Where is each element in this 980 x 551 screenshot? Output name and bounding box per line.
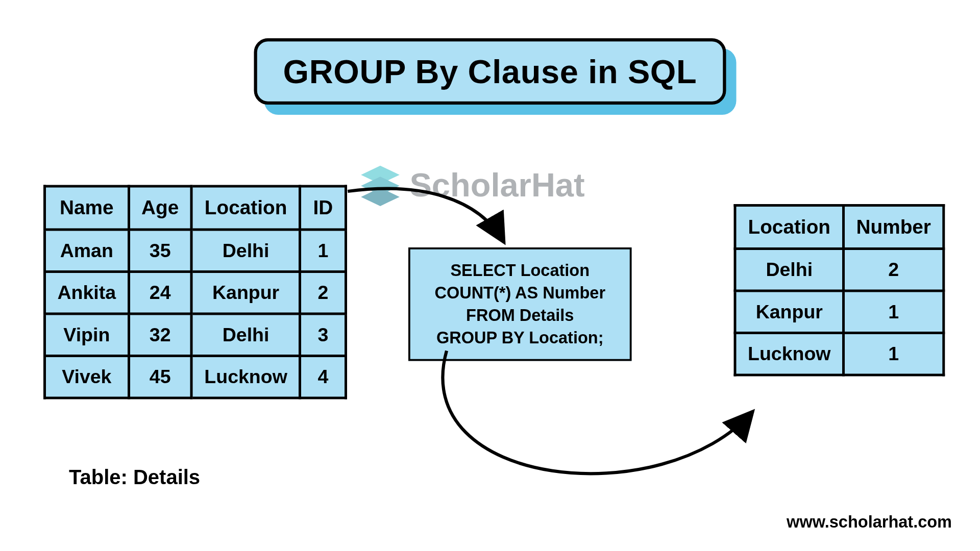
details-table-caption: Table: Details [69,466,200,489]
footer-url: www.scholarhat.com [787,512,952,532]
sql-line: GROUP BY Location; [416,327,623,349]
col-location: Location [191,186,300,230]
table-header-row: Location Number [735,206,944,249]
sql-line: COUNT(*) AS Number [416,282,623,305]
col-id: ID [300,186,346,230]
arrow-table-to-sql-icon [345,185,536,268]
col-location: Location [735,206,844,249]
table-row: Ankita 24 Kanpur 2 [45,272,346,314]
col-number: Number [844,206,944,249]
table-row: Aman 35 Delhi 1 [45,230,346,272]
sql-line: FROM Details [416,304,623,327]
col-name: Name [45,186,129,230]
details-table: Name Age Location ID Aman 35 Delhi 1 Ank… [43,185,347,399]
title-rect: GROUP By Clause in SQL [254,38,726,105]
title-text: GROUP By Clause in SQL [283,53,697,91]
table-row: Vipin 32 Delhi 3 [45,314,346,356]
table-header-row: Name Age Location ID [45,186,346,230]
title-banner: GROUP By Clause in SQL [254,38,726,105]
arrow-sql-to-result-icon [434,347,778,513]
col-age: Age [129,186,191,230]
table-row: Vivek 45 Lucknow 4 [45,356,346,398]
table-row: Kanpur 1 [735,291,944,333]
table-row: Delhi 2 [735,249,944,291]
